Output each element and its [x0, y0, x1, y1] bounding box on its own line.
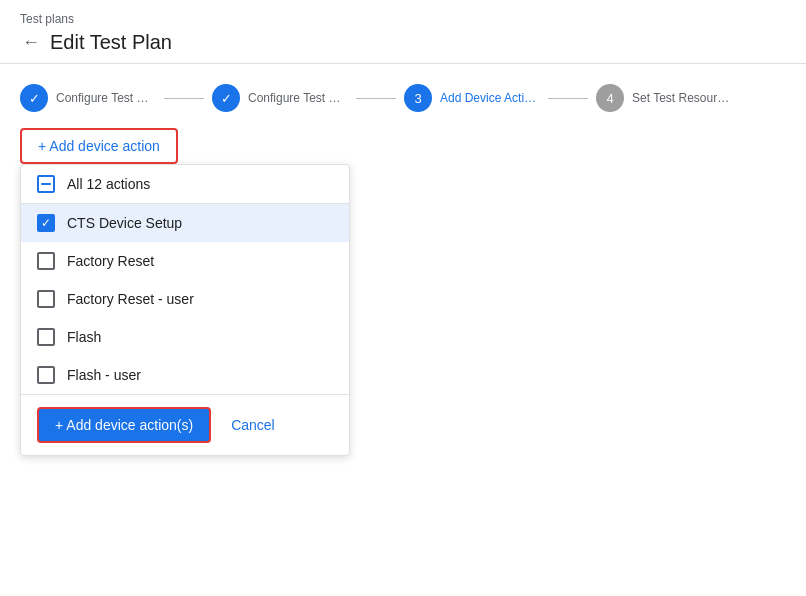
breadcrumb: Test plans — [20, 12, 786, 26]
dropdown-list: All 12 actions CTS Device Setup Factory … — [21, 165, 349, 394]
step-connector-3 — [548, 98, 588, 99]
step-connector-1 — [164, 98, 204, 99]
label-factory-reset: Factory Reset — [67, 253, 154, 269]
step-label-2: Configure Test Ru... — [248, 91, 348, 105]
step-3: 3 Add Device Actio... — [404, 84, 540, 112]
header: Test plans ← Edit Test Plan — [0, 0, 806, 64]
list-item-factory-reset[interactable]: Factory Reset — [21, 242, 349, 280]
list-item-factory-reset-user[interactable]: Factory Reset - user — [21, 280, 349, 318]
dropdown-footer: + Add device action(s) Cancel — [21, 394, 349, 455]
step-label-3: Add Device Actio... — [440, 91, 540, 105]
list-item-flash[interactable]: Flash — [21, 318, 349, 356]
step-connector-2 — [356, 98, 396, 99]
list-item-flash-user[interactable]: Flash - user — [21, 356, 349, 394]
checkbox-factory-reset[interactable] — [37, 252, 55, 270]
step-circle-1: ✓ — [20, 84, 48, 112]
checkbox-flash-user[interactable] — [37, 366, 55, 384]
checkbox-factory-reset-user[interactable] — [37, 290, 55, 308]
checkbox-flash[interactable] — [37, 328, 55, 346]
stepper: ✓ Configure Test Pl... ✓ Configure Test … — [0, 64, 806, 128]
checkbox-cts-device-setup[interactable] — [37, 214, 55, 232]
title-row: ← Edit Test Plan — [20, 30, 786, 55]
step-1: ✓ Configure Test Pl... — [20, 84, 156, 112]
all-actions-item[interactable]: All 12 actions — [21, 165, 349, 203]
step-circle-3: 3 — [404, 84, 432, 112]
cancel-button[interactable]: Cancel — [227, 409, 279, 441]
page-title: Edit Test Plan — [50, 31, 172, 54]
label-flash-user: Flash - user — [67, 367, 141, 383]
label-flash: Flash — [67, 329, 101, 345]
page-container: Test plans ← Edit Test Plan ✓ Configure … — [0, 0, 806, 596]
label-factory-reset-user: Factory Reset - user — [67, 291, 194, 307]
step-2: ✓ Configure Test Ru... — [212, 84, 348, 112]
add-device-action-button[interactable]: + Add device action — [20, 128, 178, 164]
step-circle-4: 4 — [596, 84, 624, 112]
list-item-cts-device-setup[interactable]: CTS Device Setup — [21, 204, 349, 242]
dropdown-panel: All 12 actions CTS Device Setup Factory … — [20, 164, 350, 456]
back-button[interactable]: ← — [20, 30, 42, 55]
main-content: + Add device action All 12 actions CTS D… — [0, 128, 806, 456]
step-circle-2: ✓ — [212, 84, 240, 112]
add-device-actions-button[interactable]: + Add device action(s) — [37, 407, 211, 443]
all-actions-label: All 12 actions — [67, 176, 150, 192]
step-label-1: Configure Test Pl... — [56, 91, 156, 105]
step-label-4: Set Test Resourc... — [632, 91, 732, 105]
label-cts-device-setup: CTS Device Setup — [67, 215, 182, 231]
step-4: 4 Set Test Resourc... — [596, 84, 732, 112]
all-actions-checkbox[interactable] — [37, 175, 55, 193]
